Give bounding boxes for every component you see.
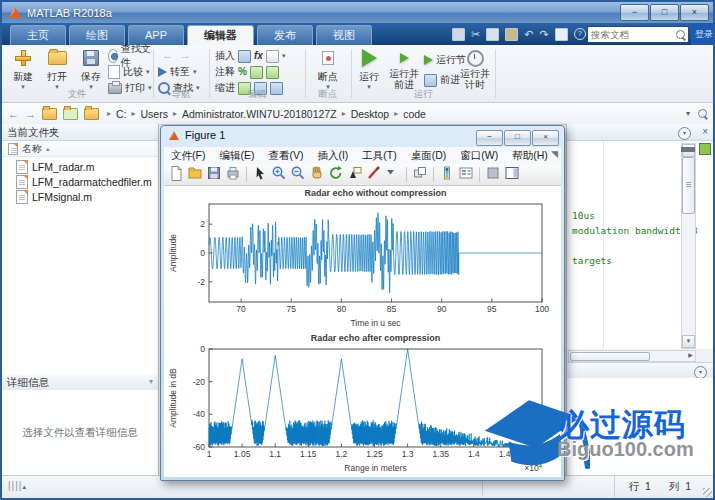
compare-button[interactable]: 比较 ▾	[108, 65, 150, 79]
start-button[interactable]: ||||▴	[8, 480, 27, 491]
edit-arrow-icon[interactable]	[252, 165, 268, 185]
current-folder-icon[interactable]	[84, 108, 99, 120]
new-script-button[interactable]: 新建 ▾	[6, 48, 40, 90]
rotate-3d-icon[interactable]	[328, 165, 344, 185]
qat-save-icon[interactable]	[452, 28, 465, 41]
qat-redo-icon[interactable]: ↷	[539, 27, 548, 41]
figure-titlebar[interactable]: Figure 1	[168, 129, 225, 141]
tab-编辑器[interactable]: 编辑器	[187, 25, 254, 45]
comment-icon[interactable]: %	[238, 65, 247, 79]
breadcrumb[interactable]: ▸C:▸Users▸Administrator.WIN7U-20180127Z▸…	[107, 108, 426, 120]
figure-menu-工具[interactable]: 工具(T)	[355, 149, 403, 163]
tab-视图[interactable]: 视图	[316, 25, 372, 45]
breadcrumb-segment[interactable]: Administrator.WIN7U-20180127Z	[182, 108, 337, 120]
figure-minimize-button[interactable]: −	[476, 130, 503, 146]
editor-hscrollbar[interactable]: ▶	[568, 350, 696, 362]
comment-row[interactable]: 注释 %	[215, 65, 279, 79]
breadcrumb-segment[interactable]: C:	[116, 108, 127, 120]
tab-绘图[interactable]: 绘图	[69, 25, 125, 45]
figure-menu-文件[interactable]: 文件(F)	[164, 149, 212, 163]
radar-echo-uncompressed-chart[interactable]: 707580859095100-202Radar echo without co…	[164, 186, 563, 332]
figure-menu-编辑[interactable]: 编辑(E)	[212, 149, 261, 163]
print-figure-icon[interactable]	[225, 165, 241, 185]
brush-dropdown-icon[interactable]	[385, 165, 401, 185]
maximize-button[interactable]: □	[650, 4, 679, 21]
figure-menu-桌面[interactable]: 桌面(D)	[404, 149, 454, 163]
goto-button[interactable]: 转至 ▾	[158, 65, 197, 79]
zoom-out-icon[interactable]	[290, 165, 306, 185]
file-row[interactable]: LFMsignal.m	[2, 189, 158, 204]
save-figure-icon[interactable]	[206, 165, 222, 185]
insert-row[interactable]: 插入 fx ▾	[215, 49, 285, 63]
insert-colorbar-icon[interactable]	[439, 165, 455, 185]
qat-copy-icon[interactable]	[486, 28, 499, 41]
address-search-icon[interactable]	[698, 109, 707, 118]
file-row[interactable]: LFM_radar.m	[2, 159, 158, 174]
up-folder-icon[interactable]	[42, 108, 57, 120]
vscroll-thumb[interactable]	[682, 157, 695, 214]
insert-section-icon[interactable]	[238, 50, 251, 63]
search-icon[interactable]	[676, 30, 685, 39]
nav-back-icon[interactable]: ←	[8, 108, 19, 120]
open-file-icon[interactable]	[187, 165, 203, 185]
tab-发布[interactable]: 发布	[257, 25, 313, 45]
name-column-header[interactable]: 名称 ▴	[2, 141, 158, 157]
figure-menu-帮助[interactable]: 帮助(H)	[505, 149, 555, 163]
forward-icon[interactable]: →	[180, 49, 191, 61]
run-and-advance-button[interactable]: 运行并 前进	[386, 48, 422, 90]
new-figure-icon[interactable]	[168, 165, 184, 185]
show-plot-tools-icon[interactable]	[504, 165, 520, 185]
scroll-down-icon[interactable]: ▼	[682, 335, 695, 348]
lower-panel-menu-icon[interactable]: ▾	[694, 366, 707, 379]
doc-search-box[interactable]	[587, 26, 689, 43]
panel-menu-icon[interactable]: ▾	[678, 127, 691, 140]
panel-close-icon[interactable]: ×	[702, 126, 708, 138]
breadcrumb-segment[interactable]: Desktop	[351, 108, 390, 120]
open-button[interactable]: 打开 ▾	[40, 48, 74, 90]
qat-help-icon[interactable]: ?	[574, 28, 586, 40]
run-and-time-button[interactable]: 运行并 计时	[458, 48, 492, 90]
run-button[interactable]: 运行 ▾	[354, 48, 384, 90]
tab-主页[interactable]: 主页	[10, 25, 66, 45]
save-button[interactable]: 保存 ▾	[74, 48, 108, 90]
back-icon[interactable]: ←	[162, 49, 173, 61]
resize-grip[interactable]	[703, 488, 712, 497]
insert-image-icon[interactable]	[266, 50, 279, 63]
doc-search-input[interactable]	[588, 29, 676, 40]
uncomment-icon[interactable]	[250, 66, 263, 79]
breakpoints-button[interactable]: 断点 ▾	[311, 48, 345, 90]
login-button[interactable]: 登录	[691, 23, 715, 45]
advance-button[interactable]: 前进	[424, 73, 460, 87]
figure-menu-查看[interactable]: 查看(V)	[261, 149, 310, 163]
file-row[interactable]: LFM_radarmatchedfiler.m	[2, 174, 158, 189]
figure-menu-窗口[interactable]: 窗口(W)	[453, 149, 505, 163]
link-plot-icon[interactable]	[412, 165, 428, 185]
details-header[interactable]: 详细信息 ▾	[2, 374, 158, 391]
nav-forward-icon[interactable]: →	[25, 108, 36, 120]
code-analyzer-indicator[interactable]	[699, 143, 711, 155]
brush-icon[interactable]	[366, 165, 382, 185]
figure-menu-插入[interactable]: 插入(I)	[310, 149, 355, 163]
editor-document[interactable]: 10usmodulation bandwidth 3targets ▲ ▼	[567, 141, 713, 349]
qat-paste-icon[interactable]	[505, 28, 518, 41]
browse-folder-icon[interactable]	[63, 108, 78, 120]
qat-switch-window-icon[interactable]	[555, 28, 568, 41]
breadcrumb-segment[interactable]: code	[403, 108, 426, 120]
address-dropdown-icon[interactable]: ▾	[686, 109, 690, 118]
breadcrumb-segment[interactable]: Users	[141, 108, 168, 120]
data-cursor-icon[interactable]	[347, 165, 363, 185]
wrap-comment-icon[interactable]	[266, 66, 279, 79]
scroll-right-icon[interactable]: ▶	[686, 351, 695, 359]
pan-hand-icon[interactable]	[309, 165, 325, 185]
find-files-button[interactable]: 查找文件	[108, 49, 152, 63]
insert-legend-icon[interactable]	[458, 165, 474, 185]
minimize-button[interactable]: −	[620, 4, 649, 21]
hide-plot-tools-icon[interactable]	[485, 165, 501, 185]
qat-cut-icon[interactable]: ✂	[471, 27, 480, 41]
close-button[interactable]: ×	[680, 4, 709, 21]
qat-undo-icon[interactable]: ↶	[524, 27, 533, 41]
editor-vscrollbar[interactable]: ▲ ▼	[681, 143, 696, 349]
insert-fx-icon[interactable]: fx	[254, 49, 263, 63]
zoom-in-icon[interactable]	[271, 165, 287, 185]
figure-close-button[interactable]: ×	[532, 130, 559, 146]
